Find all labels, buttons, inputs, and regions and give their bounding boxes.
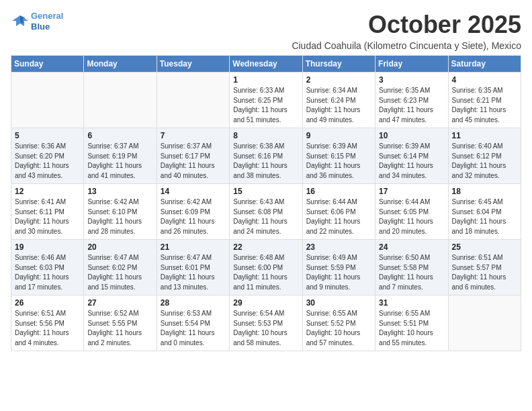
- day-number: 29: [233, 298, 298, 308]
- calendar-week-row: 12Sunrise: 6:41 AM Sunset: 6:11 PM Dayli…: [11, 184, 521, 240]
- day-number: 27: [87, 298, 152, 308]
- calendar-cell: 15Sunrise: 6:43 AM Sunset: 6:08 PM Dayli…: [230, 184, 302, 240]
- day-number: 14: [161, 187, 226, 196]
- weekday-header-saturday: Saturday: [448, 56, 521, 73]
- day-info: Sunrise: 6:48 AM Sunset: 6:00 PM Dayligh…: [233, 253, 298, 292]
- calendar-week-row: 1Sunrise: 6:33 AM Sunset: 6:25 PM Daylig…: [11, 73, 521, 128]
- day-number: 6: [87, 131, 152, 140]
- calendar-cell: 14Sunrise: 6:42 AM Sunset: 6:09 PM Dayli…: [157, 184, 229, 240]
- calendar-cell: 5Sunrise: 6:36 AM Sunset: 6:20 PM Daylig…: [11, 128, 84, 184]
- day-info: Sunrise: 6:37 AM Sunset: 6:19 PM Dayligh…: [87, 142, 152, 181]
- day-number: 19: [15, 242, 80, 252]
- day-info: Sunrise: 6:39 AM Sunset: 6:14 PM Dayligh…: [379, 142, 444, 181]
- day-info: Sunrise: 6:55 AM Sunset: 5:52 PM Dayligh…: [306, 309, 371, 348]
- calendar-cell: 6Sunrise: 6:37 AM Sunset: 6:19 PM Daylig…: [84, 128, 157, 184]
- calendar-cell: 11Sunrise: 6:40 AM Sunset: 6:12 PM Dayli…: [448, 128, 521, 184]
- day-info: Sunrise: 6:42 AM Sunset: 6:09 PM Dayligh…: [161, 197, 226, 236]
- day-info: Sunrise: 6:51 AM Sunset: 5:56 PM Dayligh…: [15, 309, 80, 348]
- day-info: Sunrise: 6:44 AM Sunset: 6:06 PM Dayligh…: [306, 197, 371, 236]
- calendar-cell: 3Sunrise: 6:35 AM Sunset: 6:23 PM Daylig…: [375, 73, 448, 128]
- day-number: 25: [452, 242, 517, 252]
- day-info: Sunrise: 6:34 AM Sunset: 6:24 PM Dayligh…: [306, 86, 371, 125]
- day-info: Sunrise: 6:35 AM Sunset: 6:21 PM Dayligh…: [452, 86, 517, 125]
- day-number: 3: [379, 75, 444, 85]
- day-info: Sunrise: 6:42 AM Sunset: 6:10 PM Dayligh…: [87, 197, 152, 236]
- calendar-week-row: 19Sunrise: 6:46 AM Sunset: 6:03 PM Dayli…: [11, 240, 521, 295]
- day-info: Sunrise: 6:47 AM Sunset: 6:01 PM Dayligh…: [161, 253, 226, 292]
- calendar-week-row: 26Sunrise: 6:51 AM Sunset: 5:56 PM Dayli…: [11, 295, 521, 351]
- calendar-table: SundayMondayTuesdayWednesdayThursdayFrid…: [11, 55, 521, 351]
- calendar-cell: 16Sunrise: 6:44 AM Sunset: 6:06 PM Dayli…: [302, 184, 375, 240]
- calendar-cell: 12Sunrise: 6:41 AM Sunset: 6:11 PM Dayli…: [11, 184, 84, 240]
- day-number: 21: [161, 242, 226, 252]
- day-info: Sunrise: 6:45 AM Sunset: 6:04 PM Dayligh…: [452, 197, 517, 236]
- day-info: Sunrise: 6:46 AM Sunset: 6:03 PM Dayligh…: [15, 253, 80, 292]
- calendar-cell: 17Sunrise: 6:44 AM Sunset: 6:05 PM Dayli…: [375, 184, 448, 240]
- calendar-cell: 7Sunrise: 6:37 AM Sunset: 6:17 PM Daylig…: [157, 128, 229, 184]
- day-number: 5: [15, 131, 80, 140]
- day-number: 13: [87, 187, 152, 196]
- day-info: Sunrise: 6:33 AM Sunset: 6:25 PM Dayligh…: [233, 86, 298, 125]
- day-info: Sunrise: 6:44 AM Sunset: 6:05 PM Dayligh…: [379, 197, 444, 236]
- day-info: Sunrise: 6:53 AM Sunset: 5:54 PM Dayligh…: [161, 309, 226, 348]
- logo-icon: [11, 14, 30, 29]
- calendar-cell: 20Sunrise: 6:47 AM Sunset: 6:02 PM Dayli…: [84, 240, 157, 295]
- day-info: Sunrise: 6:54 AM Sunset: 5:53 PM Dayligh…: [233, 309, 298, 348]
- day-number: 23: [306, 242, 371, 252]
- calendar-cell: [448, 295, 521, 351]
- day-number: 26: [15, 298, 80, 308]
- calendar-cell: [157, 73, 229, 128]
- calendar-cell: 30Sunrise: 6:55 AM Sunset: 5:52 PM Dayli…: [302, 295, 375, 351]
- day-number: 4: [452, 75, 517, 85]
- day-number: 11: [452, 131, 517, 140]
- day-info: Sunrise: 6:55 AM Sunset: 5:51 PM Dayligh…: [379, 309, 444, 348]
- calendar-cell: 31Sunrise: 6:55 AM Sunset: 5:51 PM Dayli…: [375, 295, 448, 351]
- weekday-header-monday: Monday: [84, 56, 157, 73]
- calendar-cell: 1Sunrise: 6:33 AM Sunset: 6:25 PM Daylig…: [230, 73, 302, 128]
- calendar-cell: [84, 73, 157, 128]
- calendar-cell: 27Sunrise: 6:52 AM Sunset: 5:55 PM Dayli…: [84, 295, 157, 351]
- calendar-cell: 9Sunrise: 6:39 AM Sunset: 6:15 PM Daylig…: [302, 128, 375, 184]
- calendar-cell: 29Sunrise: 6:54 AM Sunset: 5:53 PM Dayli…: [230, 295, 302, 351]
- day-info: Sunrise: 6:36 AM Sunset: 6:20 PM Dayligh…: [15, 142, 80, 181]
- calendar-cell: 21Sunrise: 6:47 AM Sunset: 6:01 PM Dayli…: [157, 240, 229, 295]
- day-info: Sunrise: 6:35 AM Sunset: 6:23 PM Dayligh…: [379, 86, 444, 125]
- calendar-cell: 26Sunrise: 6:51 AM Sunset: 5:56 PM Dayli…: [11, 295, 84, 351]
- weekday-header-row: SundayMondayTuesdayWednesdayThursdayFrid…: [11, 56, 521, 73]
- calendar-cell: [11, 73, 84, 128]
- calendar-cell: 8Sunrise: 6:38 AM Sunset: 6:16 PM Daylig…: [230, 128, 302, 184]
- day-info: Sunrise: 6:40 AM Sunset: 6:12 PM Dayligh…: [452, 142, 517, 181]
- month-title: October 2025: [292, 11, 521, 39]
- day-info: Sunrise: 6:39 AM Sunset: 6:15 PM Dayligh…: [306, 142, 371, 181]
- calendar-cell: 4Sunrise: 6:35 AM Sunset: 6:21 PM Daylig…: [448, 73, 521, 128]
- day-number: 1: [233, 75, 298, 85]
- calendar-cell: 2Sunrise: 6:34 AM Sunset: 6:24 PM Daylig…: [302, 73, 375, 128]
- calendar-week-row: 5Sunrise: 6:36 AM Sunset: 6:20 PM Daylig…: [11, 128, 521, 184]
- calendar-cell: 25Sunrise: 6:51 AM Sunset: 5:57 PM Dayli…: [448, 240, 521, 295]
- location-title: Ciudad Coahuila (Kilometro Cincuenta y S…: [292, 40, 521, 51]
- calendar-cell: 19Sunrise: 6:46 AM Sunset: 6:03 PM Dayli…: [11, 240, 84, 295]
- weekday-header-sunday: Sunday: [11, 56, 84, 73]
- title-area: October 2025 Ciudad Coahuila (Kilometro …: [292, 11, 521, 51]
- day-info: Sunrise: 6:37 AM Sunset: 6:17 PM Dayligh…: [161, 142, 226, 181]
- day-number: 16: [306, 187, 371, 196]
- calendar-cell: 22Sunrise: 6:48 AM Sunset: 6:00 PM Dayli…: [230, 240, 302, 295]
- day-info: Sunrise: 6:43 AM Sunset: 6:08 PM Dayligh…: [233, 197, 298, 236]
- day-info: Sunrise: 6:41 AM Sunset: 6:11 PM Dayligh…: [15, 197, 80, 236]
- weekday-header-wednesday: Wednesday: [230, 56, 302, 73]
- day-number: 9: [306, 131, 371, 140]
- day-number: 12: [15, 187, 80, 196]
- weekday-header-friday: Friday: [375, 56, 448, 73]
- day-number: 8: [233, 131, 298, 140]
- weekday-header-tuesday: Tuesday: [157, 56, 229, 73]
- calendar-cell: 24Sunrise: 6:50 AM Sunset: 5:58 PM Dayli…: [375, 240, 448, 295]
- day-number: 18: [452, 187, 517, 196]
- logo-text: General Blue: [31, 11, 63, 32]
- calendar-cell: 18Sunrise: 6:45 AM Sunset: 6:04 PM Dayli…: [448, 184, 521, 240]
- day-info: Sunrise: 6:52 AM Sunset: 5:55 PM Dayligh…: [87, 309, 152, 348]
- day-number: 31: [379, 298, 444, 308]
- day-number: 20: [87, 242, 152, 252]
- day-number: 28: [161, 298, 226, 308]
- day-number: 30: [306, 298, 371, 308]
- day-info: Sunrise: 6:47 AM Sunset: 6:02 PM Dayligh…: [87, 253, 152, 292]
